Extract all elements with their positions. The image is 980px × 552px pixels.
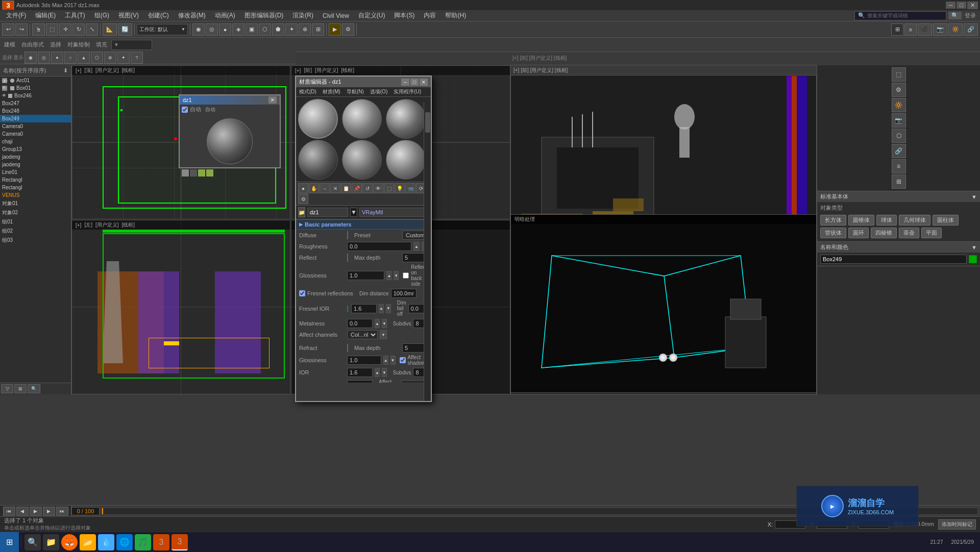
fior-down[interactable]: ▼ [386, 304, 391, 313]
scene-item-grp01[interactable]: 组01 [0, 217, 71, 227]
right-tb5[interactable]: 🔆 [948, 23, 963, 36]
filter-btn3[interactable]: 🔍 [28, 384, 40, 393]
roughness-input[interactable] [347, 242, 411, 251]
right-tb3[interactable]: ⬛ [918, 23, 932, 36]
jump-start[interactable]: ⏮ [3, 507, 15, 516]
viewport-left[interactable]: [+] [左] [用户定义] [线框] [71, 220, 290, 394]
mini-mat-close[interactable]: ✕ [268, 96, 277, 104]
scene-item-venus[interactable]: VENUS [0, 191, 71, 199]
mat-name-input[interactable] [307, 208, 348, 217]
menu-edit[interactable]: 编辑(E) [31, 10, 60, 21]
vp-tb-btn5[interactable]: ▲ [78, 52, 90, 64]
glossiness-input[interactable] [347, 271, 384, 280]
vp-left-view[interactable]: [左] [83, 221, 94, 229]
fresnel-ior-input[interactable] [351, 304, 377, 313]
tb-btn8[interactable]: ✦ [285, 23, 298, 36]
right-tb2[interactable]: ≡ [904, 23, 917, 36]
rvp-top-label[interactable]: [+] [前] [用户定义] [线框] [513, 67, 568, 74]
btn-sphere[interactable]: 球体 [876, 215, 897, 225]
taskbar-search[interactable]: 🔍 [24, 534, 41, 550]
menu-tools[interactable]: 工具(T) [61, 10, 89, 21]
tb-btn7[interactable]: ⬟ [272, 23, 284, 36]
menu-grapheditor[interactable]: 图形编辑器(D) [240, 10, 288, 21]
metal-up[interactable]: ▲ [375, 319, 380, 328]
scene-item-jaodeng1[interactable]: jaodeng [0, 153, 71, 161]
btn-box[interactable]: 长方体 [820, 215, 846, 225]
tb-btn3[interactable]: ● [219, 23, 231, 36]
reflect-back-cb[interactable] [403, 272, 409, 279]
right-tb4[interactable]: 📷 [933, 23, 947, 36]
vp-tb-btn8[interactable]: ✦ [117, 52, 130, 64]
menu-script[interactable]: 脚本(S) [390, 10, 419, 21]
render-btn[interactable]: ▶ [329, 23, 341, 36]
tb-btn9[interactable]: ⊕ [299, 23, 311, 36]
swatch2[interactable] [190, 169, 197, 177]
menu-help[interactable]: 帮助(H) [441, 10, 470, 21]
scene-item-camera0b[interactable]: Camera0 [0, 130, 71, 138]
vp-top-render[interactable]: [线框] [120, 67, 137, 74]
vp-top-plus[interactable]: [+] [74, 68, 83, 73]
scene-item-obj01[interactable]: 对象01 [0, 199, 71, 208]
affect-shadows-cb[interactable] [400, 357, 406, 363]
taskbar-app8[interactable]: 3 [153, 534, 169, 550]
mat-browse-btn[interactable]: 📁 [298, 207, 305, 217]
angle-snap[interactable]: 🔄 [118, 23, 132, 36]
mini-mat-cb[interactable] [182, 107, 188, 113]
mat-tb-reset[interactable]: ↺ [362, 183, 373, 193]
select-region[interactable]: ⬚ [46, 23, 58, 36]
vp-tb-btn6[interactable]: ⬡ [91, 52, 103, 64]
vp-tb-btn4[interactable]: ○ [64, 52, 77, 64]
menu-custom[interactable]: 自定义(U) [354, 10, 389, 21]
scene-item-box246[interactable]: 👁 Box246 [0, 92, 71, 99]
scene-item-obj02[interactable]: 对象02 [0, 208, 71, 217]
scene-item-box247[interactable]: Box247 [0, 99, 71, 107]
vp-front-mode[interactable]: [用户定义] [313, 67, 340, 74]
tb-btn5[interactable]: ▣ [246, 23, 258, 36]
mat-editor-scrollbar[interactable] [424, 102, 431, 402]
taskbar-edge[interactable]: 🌐 [116, 534, 133, 550]
matwin-menu-mat[interactable]: 材质(M) [320, 87, 344, 96]
btn-torus[interactable]: 圆环 [848, 228, 869, 238]
ior-up[interactable]: ▲ [375, 368, 380, 377]
sphere-6[interactable] [386, 140, 426, 180]
vp-tb-btn7[interactable]: ⊕ [104, 52, 116, 64]
btn-teapot[interactable]: 茶壶 [899, 228, 919, 238]
sphere-1[interactable] [298, 99, 338, 139]
filter-btn2[interactable]: ⊞ [14, 384, 27, 393]
tb-btn4[interactable]: ◈ [232, 23, 244, 36]
close-button[interactable]: ✕ [967, 2, 978, 9]
tb-btn10[interactable]: ⊞ [312, 23, 324, 36]
btn-tube[interactable]: 管状体 [820, 228, 846, 238]
basic-params-header[interactable]: ▶ Basic parameters [296, 219, 431, 230]
ior-input[interactable] [347, 368, 373, 377]
sphere-4[interactable] [298, 140, 338, 180]
btn-cone[interactable]: 圆锥体 [848, 215, 874, 225]
rp-icon7[interactable]: ≡ [892, 159, 906, 173]
rp-icon3[interactable]: 🔆 [892, 98, 906, 112]
minimize-button[interactable]: ─ [946, 2, 956, 9]
vp-front-render[interactable]: [线框] [340, 67, 356, 74]
tb-btn6[interactable]: ⬡ [259, 23, 271, 36]
btn-plane[interactable]: 平面 [921, 228, 942, 238]
matwin-maximize[interactable]: □ [410, 79, 419, 86]
redo-button[interactable]: ↪ [15, 23, 28, 36]
scene-item-jaodeng2[interactable]: jaodeng [0, 161, 71, 168]
scene-item-grp03[interactable]: 组03 [0, 236, 71, 245]
menu-create[interactable]: 创建(C) [144, 10, 173, 21]
gloss-down[interactable]: ▼ [394, 271, 399, 280]
roughness-up[interactable]: ▲ [413, 242, 420, 251]
search-input[interactable] [867, 13, 943, 18]
workspace-select[interactable]: 工作区: 默认 ▼ [137, 24, 188, 35]
diffuse-color[interactable] [347, 231, 348, 239]
matwin-menu-nav[interactable]: 导航(N) [344, 87, 367, 96]
mat-tb-bg[interactable]: ⬚ [384, 183, 394, 193]
scene-item-chaji[interactable]: chaji [0, 138, 71, 145]
mat-tb-view[interactable]: 👁 [373, 183, 383, 193]
taskbar-app5[interactable]: 💧 [98, 534, 114, 550]
jump-end[interactable]: ⏭ [56, 507, 68, 516]
fill-select[interactable]: ▼ [111, 40, 152, 50]
btn-geosphere[interactable]: 几何球体 [899, 215, 930, 225]
rp-namecolor-header[interactable]: 名称和颜色 ▼ [817, 242, 980, 253]
vp-tb-btn2[interactable]: ◎ [38, 52, 50, 64]
mat-tb-copy[interactable]: 📋 [341, 183, 351, 193]
